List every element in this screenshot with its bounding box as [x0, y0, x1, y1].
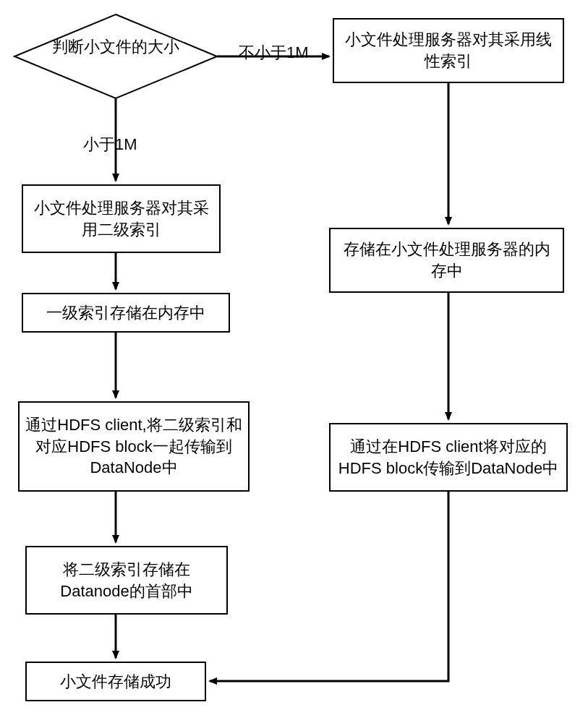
- decision-diamond-svg: [0, 0, 588, 723]
- node-success: 小文件存储成功: [25, 662, 206, 701]
- node-linear-index-label: 小文件处理服务器对其采用线性索引: [340, 29, 557, 72]
- node-store-second-index-label: 将二级索引存储在Datanode的首部中: [33, 559, 221, 602]
- node-hdfs-client-left: 通过HDFS client,将二级索引和对应HDFS block一起传输到Dat…: [18, 401, 250, 492]
- decision-label: 判断小文件的大小: [52, 38, 179, 56]
- node-linear-index: 小文件处理服务器对其采用线性索引: [333, 18, 564, 83]
- node-store-second-index: 将二级索引存储在Datanode的首部中: [25, 546, 228, 615]
- flowchart-canvas: 判断小文件的大小 小文件处理服务器对其采用线性索引 小文件处理服务器对其采用二级…: [0, 0, 588, 723]
- node-hdfs-client-right: 通过在HDFS client将对应的HDFS block传输到DataNode中: [329, 423, 568, 492]
- node-first-level-mem: 一级索引存储在内存中: [22, 293, 230, 333]
- edge-label-lt-1m-text: 小于1M: [83, 135, 137, 153]
- node-hdfs-client-right-label: 通过在HDFS client将对应的HDFS block传输到DataNode中: [336, 436, 561, 479]
- decision-node: 判断小文件的大小: [29, 36, 203, 58]
- node-store-in-memory: 存储在小文件处理服务器的内存中: [329, 228, 564, 293]
- node-first-level-mem-label: 一级索引存储在内存中: [46, 302, 205, 324]
- node-store-in-memory-label: 存储在小文件处理服务器的内存中: [336, 239, 557, 281]
- edge-label-ge-1m-text: 不小于1M: [239, 43, 309, 61]
- node-two-level-index: 小文件处理服务器对其采用二级索引: [22, 184, 221, 253]
- edge-label-lt-1m: 小于1M: [83, 134, 137, 155]
- arrows-overlay: [0, 0, 588, 723]
- edge-label-ge-1m: 不小于1M: [239, 42, 309, 64]
- node-two-level-index-label: 小文件处理服务器对其采用二级索引: [29, 197, 213, 240]
- node-success-label: 小文件存储成功: [60, 671, 171, 693]
- node-hdfs-client-left-label: 通过HDFS client,将二级索引和对应HDFS block一起传输到Dat…: [25, 414, 242, 479]
